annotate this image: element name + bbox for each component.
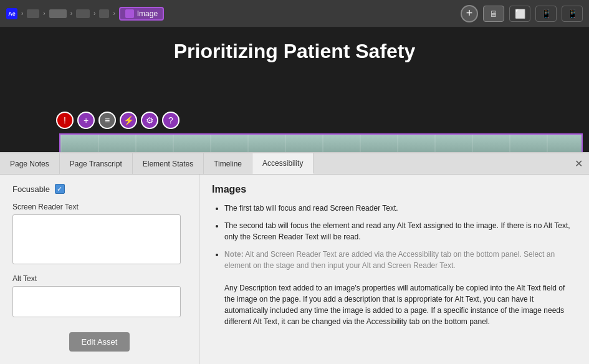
add-icon-button[interactable]: + — [77, 112, 95, 129]
breadcrumb-2[interactable] — [49, 9, 67, 18]
sliders-icon-button[interactable]: ≡ — [98, 112, 116, 129]
add-primary-button[interactable]: + — [461, 5, 478, 22]
tab-element-states[interactable]: Element States — [133, 153, 204, 174]
active-breadcrumb-image[interactable]: Image — [119, 7, 164, 21]
tabs-bar: Page Notes Page Transcript Element State… — [0, 153, 589, 175]
view-tablet-landscape-button[interactable]: ⬜ — [509, 6, 530, 22]
image-banner — [59, 133, 583, 152]
question-icon-button[interactable]: ? — [162, 112, 180, 129]
view-mobile-button[interactable]: 📱 — [562, 6, 583, 22]
accessibility-bullets: The first tab will focus and read Screen… — [212, 203, 577, 327]
view-desktop-button[interactable]: 🖥 — [483, 6, 504, 22]
edit-asset-button[interactable]: Edit Asset — [69, 332, 130, 352]
lightning-icon-button[interactable]: ⚡ — [120, 112, 137, 129]
breadcrumb-box-1 — [27, 9, 39, 18]
screen-reader-field-group: Screen Reader Text — [12, 203, 186, 267]
top-toolbar: Ae › › › › › Image + 🖥 ⬜ 📱 📱 — [0, 0, 589, 27]
alt-text-input[interactable] — [12, 286, 181, 317]
stage-toolbar-icons: ! + ≡ ⚡ ⚙ ? — [56, 112, 180, 129]
alt-text-field-group: Alt Text — [12, 274, 186, 320]
tab-timeline[interactable]: Timeline — [204, 153, 252, 174]
focusable-row: Focusable ✓ — [12, 184, 186, 194]
bullet-1: The first tab will focus and read Screen… — [224, 203, 577, 214]
chevron-2: › — [43, 10, 45, 17]
tab-page-transcript[interactable]: Page Transcript — [60, 153, 133, 174]
bullet-2: The second tab will focus the element an… — [224, 220, 577, 242]
breadcrumb-ae[interactable]: Ae — [6, 8, 17, 19]
images-heading: Images — [212, 184, 577, 195]
chevron-3: › — [70, 10, 72, 17]
breadcrumb-box-3 — [76, 9, 90, 18]
alert-icon-button[interactable]: ! — [56, 112, 74, 129]
panel-content: Focusable ✓ Screen Reader Text Alt Text … — [0, 175, 589, 364]
chevron-5: › — [113, 10, 115, 17]
breadcrumb-box-2 — [49, 9, 67, 18]
banner-image — [60, 135, 582, 152]
stage-title: Prioritizing Patient Safety — [174, 40, 416, 63]
screen-reader-text-input[interactable] — [12, 214, 181, 264]
chevron-1: › — [21, 10, 23, 17]
tab-accessibility[interactable]: Accessibility — [252, 153, 314, 174]
image-tab-icon — [125, 9, 134, 18]
alt-text-label: Alt Text — [12, 274, 186, 283]
screen-reader-label: Screen Reader Text — [12, 203, 186, 211]
tab-page-notes[interactable]: Page Notes — [0, 153, 60, 174]
ae-icon: Ae — [6, 8, 17, 19]
breadcrumb-1[interactable] — [27, 9, 39, 18]
active-breadcrumb-label: Image — [137, 9, 158, 18]
stage: Prioritizing Patient Safety ! + ≡ ⚡ ⚙ ? — [0, 27, 589, 152]
focusable-label: Focusable — [12, 184, 50, 194]
bottom-panel: Page Notes Page Transcript Element State… — [0, 152, 589, 364]
close-panel-button[interactable]: ✕ — [568, 153, 589, 174]
breadcrumb-box-4 — [99, 9, 109, 18]
gear-icon-button[interactable]: ⚙ — [141, 112, 158, 129]
bullet-3: Note: Alt and Screen Reader Text are add… — [224, 249, 577, 327]
right-accessibility-panel: Images The first tab will focus and read… — [199, 175, 589, 364]
left-accessibility-panel: Focusable ✓ Screen Reader Text Alt Text … — [0, 175, 199, 364]
breadcrumb-4[interactable] — [99, 9, 109, 18]
chevron-4: › — [93, 10, 95, 17]
focusable-checkbox[interactable]: ✓ — [55, 184, 65, 194]
toolbar-right: + 🖥 ⬜ 📱 📱 — [461, 5, 583, 22]
breadcrumb-3[interactable] — [76, 9, 90, 18]
view-tablet-portrait-button[interactable]: 📱 — [535, 6, 557, 22]
